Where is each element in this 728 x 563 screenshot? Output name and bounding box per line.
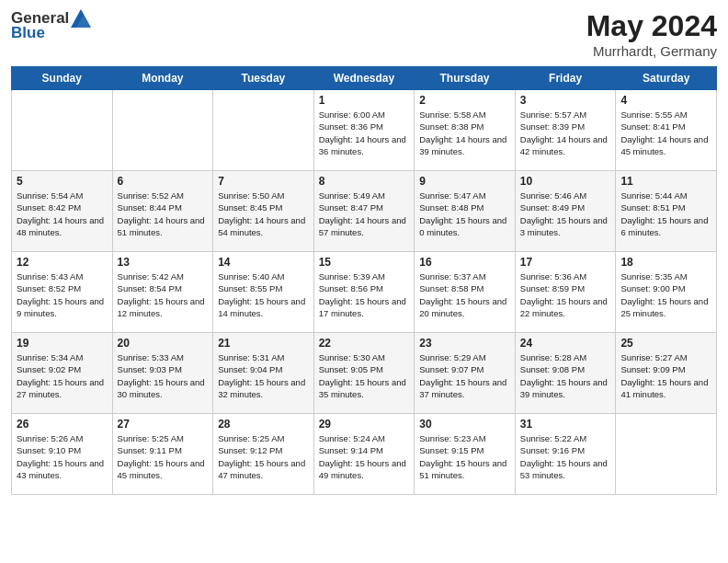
day-number: 20: [118, 337, 209, 350]
calendar-cell: 29Sunrise: 5:24 AM Sunset: 9:14 PM Dayli…: [313, 414, 415, 495]
calendar-cell: 20Sunrise: 5:33 AM Sunset: 9:03 PM Dayli…: [112, 333, 213, 414]
day-detail: Sunrise: 5:26 AM Sunset: 9:10 PM Dayligh…: [17, 432, 108, 481]
day-detail: Sunrise: 5:22 AM Sunset: 9:16 PM Dayligh…: [520, 432, 611, 481]
calendar-cell: 1Sunrise: 6:00 AM Sunset: 8:36 PM Daylig…: [313, 90, 415, 171]
calendar-table: Sunday Monday Tuesday Wednesday Thursday…: [11, 66, 717, 495]
day-number: 15: [319, 256, 410, 269]
day-number: 5: [17, 175, 108, 188]
day-number: 24: [520, 337, 611, 350]
day-number: 7: [218, 175, 309, 188]
calendar-cell: 15Sunrise: 5:39 AM Sunset: 8:56 PM Dayli…: [313, 252, 415, 333]
title-location: Murrhardt, Germany: [586, 43, 717, 59]
day-detail: Sunrise: 5:42 AM Sunset: 8:54 PM Dayligh…: [118, 270, 209, 319]
day-number: 19: [17, 337, 108, 350]
calendar-cell: 28Sunrise: 5:25 AM Sunset: 9:12 PM Dayli…: [213, 414, 314, 495]
calendar-cell: 2Sunrise: 5:58 AM Sunset: 8:38 PM Daylig…: [415, 90, 516, 171]
calendar-cell: 3Sunrise: 5:57 AM Sunset: 8:39 PM Daylig…: [515, 90, 616, 171]
day-number: 16: [419, 256, 510, 269]
calendar-week-row: 1Sunrise: 6:00 AM Sunset: 8:36 PM Daylig…: [12, 90, 717, 171]
day-number: 28: [218, 418, 309, 431]
day-detail: Sunrise: 5:28 AM Sunset: 9:08 PM Dayligh…: [520, 351, 611, 400]
calendar-cell: 27Sunrise: 5:25 AM Sunset: 9:11 PM Dayli…: [112, 414, 213, 495]
calendar-cell: 21Sunrise: 5:31 AM Sunset: 9:04 PM Dayli…: [213, 333, 314, 414]
calendar-week-row: 19Sunrise: 5:34 AM Sunset: 9:02 PM Dayli…: [12, 333, 717, 414]
day-number: 21: [218, 337, 309, 350]
day-detail: Sunrise: 5:50 AM Sunset: 8:45 PM Dayligh…: [218, 190, 309, 238]
calendar-cell: 19Sunrise: 5:34 AM Sunset: 9:02 PM Dayli…: [12, 333, 113, 414]
header-tuesday: Tuesday: [213, 67, 314, 90]
calendar-cell: 24Sunrise: 5:28 AM Sunset: 9:08 PM Dayli…: [515, 333, 616, 414]
calendar-cell: 5Sunrise: 5:54 AM Sunset: 8:42 PM Daylig…: [12, 171, 113, 252]
calendar-cell: 30Sunrise: 5:23 AM Sunset: 9:15 PM Dayli…: [415, 414, 516, 495]
day-detail: Sunrise: 5:49 AM Sunset: 8:47 PM Dayligh…: [319, 190, 410, 238]
calendar-cell: 23Sunrise: 5:29 AM Sunset: 9:07 PM Dayli…: [415, 333, 516, 414]
day-number: 31: [520, 418, 611, 431]
day-detail: Sunrise: 5:29 AM Sunset: 9:07 PM Dayligh…: [419, 351, 510, 400]
day-number: 22: [319, 337, 410, 350]
day-detail: Sunrise: 5:40 AM Sunset: 8:55 PM Dayligh…: [218, 270, 309, 319]
day-detail: Sunrise: 5:25 AM Sunset: 9:11 PM Dayligh…: [118, 432, 209, 481]
day-number: 23: [419, 337, 510, 350]
day-detail: Sunrise: 5:33 AM Sunset: 9:03 PM Dayligh…: [118, 351, 209, 400]
day-number: 18: [620, 256, 711, 269]
logo-blue: Blue: [11, 24, 45, 42]
calendar-week-row: 12Sunrise: 5:43 AM Sunset: 8:52 PM Dayli…: [12, 252, 717, 333]
calendar-cell: [616, 414, 717, 495]
calendar-cell: 9Sunrise: 5:47 AM Sunset: 8:48 PM Daylig…: [415, 171, 516, 252]
day-detail: Sunrise: 5:35 AM Sunset: 9:00 PM Dayligh…: [620, 270, 711, 319]
day-number: 10: [520, 175, 611, 188]
day-detail: Sunrise: 5:36 AM Sunset: 8:59 PM Dayligh…: [520, 270, 611, 319]
day-detail: Sunrise: 5:34 AM Sunset: 9:02 PM Dayligh…: [17, 351, 108, 400]
day-detail: Sunrise: 5:52 AM Sunset: 8:44 PM Dayligh…: [118, 190, 209, 238]
day-number: 14: [218, 256, 309, 269]
day-detail: Sunrise: 5:58 AM Sunset: 8:38 PM Dayligh…: [419, 109, 510, 157]
calendar-cell: 6Sunrise: 5:52 AM Sunset: 8:44 PM Daylig…: [112, 171, 213, 252]
calendar-cell: 16Sunrise: 5:37 AM Sunset: 8:58 PM Dayli…: [415, 252, 516, 333]
day-number: 12: [17, 256, 108, 269]
calendar-cell: 12Sunrise: 5:43 AM Sunset: 8:52 PM Dayli…: [12, 252, 113, 333]
logo-icon: [71, 9, 91, 28]
day-detail: Sunrise: 5:47 AM Sunset: 8:48 PM Dayligh…: [419, 190, 510, 238]
day-detail: Sunrise: 5:27 AM Sunset: 9:09 PM Dayligh…: [620, 351, 711, 400]
day-detail: Sunrise: 5:44 AM Sunset: 8:51 PM Dayligh…: [620, 190, 711, 238]
day-detail: Sunrise: 5:57 AM Sunset: 8:39 PM Dayligh…: [520, 109, 611, 157]
day-number: 2: [419, 94, 510, 107]
day-number: 3: [520, 94, 611, 107]
day-number: 13: [118, 256, 209, 269]
calendar-cell: 13Sunrise: 5:42 AM Sunset: 8:54 PM Dayli…: [112, 252, 213, 333]
title-block: May 2024 Murrhardt, Germany: [586, 9, 717, 59]
header-saturday: Saturday: [616, 67, 717, 90]
day-number: 17: [520, 256, 611, 269]
calendar-cell: [112, 90, 213, 171]
calendar-cell: 14Sunrise: 5:40 AM Sunset: 8:55 PM Dayli…: [213, 252, 314, 333]
calendar-cell: 11Sunrise: 5:44 AM Sunset: 8:51 PM Dayli…: [616, 171, 717, 252]
calendar-cell: [213, 90, 314, 171]
calendar-cell: 25Sunrise: 5:27 AM Sunset: 9:09 PM Dayli…: [616, 333, 717, 414]
calendar-cell: 18Sunrise: 5:35 AM Sunset: 9:00 PM Dayli…: [616, 252, 717, 333]
day-number: 27: [118, 418, 209, 431]
page: General Blue May 2024 Murrhardt, Germany…: [0, 0, 728, 504]
day-number: 30: [419, 418, 510, 431]
calendar-cell: 4Sunrise: 5:55 AM Sunset: 8:41 PM Daylig…: [616, 90, 717, 171]
day-number: 1: [319, 94, 410, 107]
day-detail: Sunrise: 5:24 AM Sunset: 9:14 PM Dayligh…: [319, 432, 410, 481]
day-detail: Sunrise: 5:37 AM Sunset: 8:58 PM Dayligh…: [419, 270, 510, 319]
calendar-week-row: 26Sunrise: 5:26 AM Sunset: 9:10 PM Dayli…: [12, 414, 717, 495]
day-number: 11: [620, 175, 711, 188]
header-friday: Friday: [515, 67, 616, 90]
day-detail: Sunrise: 5:23 AM Sunset: 9:15 PM Dayligh…: [419, 432, 510, 481]
header-monday: Monday: [112, 67, 213, 90]
calendar-cell: [12, 90, 113, 171]
day-number: 29: [319, 418, 410, 431]
day-detail: Sunrise: 5:46 AM Sunset: 8:49 PM Dayligh…: [520, 190, 611, 238]
header-thursday: Thursday: [415, 67, 516, 90]
header: General Blue May 2024 Murrhardt, Germany: [11, 9, 717, 59]
calendar-cell: 17Sunrise: 5:36 AM Sunset: 8:59 PM Dayli…: [515, 252, 616, 333]
calendar-cell: 10Sunrise: 5:46 AM Sunset: 8:49 PM Dayli…: [515, 171, 616, 252]
day-detail: Sunrise: 5:30 AM Sunset: 9:05 PM Dayligh…: [319, 351, 410, 400]
calendar-cell: 26Sunrise: 5:26 AM Sunset: 9:10 PM Dayli…: [12, 414, 113, 495]
day-detail: Sunrise: 6:00 AM Sunset: 8:36 PM Dayligh…: [319, 109, 410, 157]
title-month: May 2024: [586, 9, 717, 43]
day-number: 4: [620, 94, 711, 107]
day-detail: Sunrise: 5:43 AM Sunset: 8:52 PM Dayligh…: [17, 270, 108, 319]
